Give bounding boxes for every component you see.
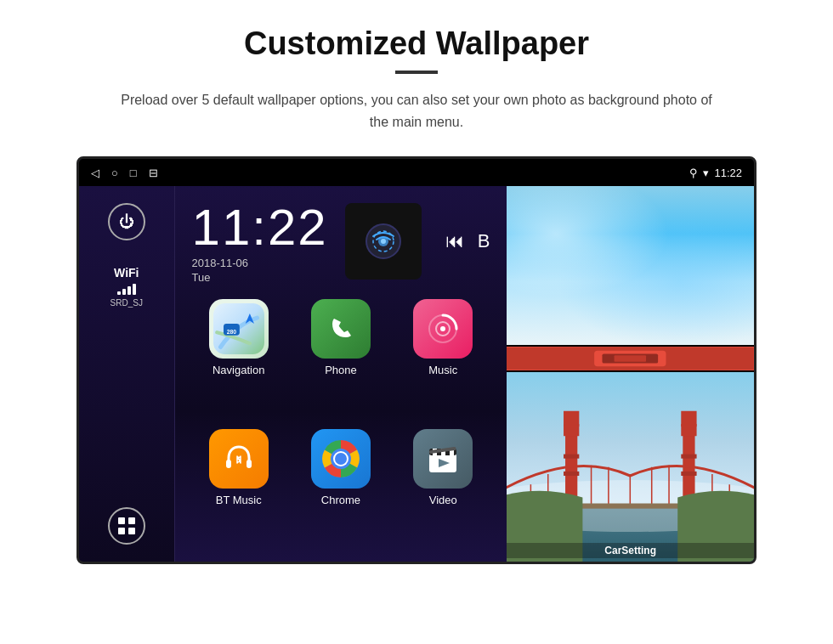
bt-music-icon	[209, 429, 269, 489]
screen-body: ⏻ WiFi SRD_SJ	[79, 186, 754, 562]
status-right: ⚲ ▾ 11:22	[689, 167, 742, 179]
svg-point-7	[381, 239, 386, 244]
status-left: ◁ ○ □ ⊟	[91, 167, 158, 179]
power-icon: ⏻	[119, 213, 134, 231]
screenshot-icon[interactable]: ⊟	[149, 167, 158, 179]
svg-rect-14	[226, 460, 231, 468]
app-grid: 280 Navigation	[192, 299, 490, 550]
bt-music-svg	[223, 443, 255, 475]
svg-rect-2	[118, 528, 125, 534]
wallpaper-panel: CarSetting	[507, 186, 754, 562]
phone-icon	[311, 299, 371, 359]
wifi-status-icon: ▾	[703, 167, 709, 179]
center-content: 11:22 2018-11-06 Tue	[175, 186, 507, 562]
music-svg	[428, 314, 458, 344]
ice-texture	[507, 186, 754, 344]
wifi-bars	[110, 283, 143, 295]
app-item-chrome[interactable]: Chrome	[294, 429, 388, 551]
svg-rect-32	[615, 355, 646, 361]
wifi-info: WiFi SRD_SJ	[110, 266, 143, 308]
golden-gate-svg	[507, 372, 754, 562]
page-wrapper: Customized Wallpaper Preload over 5 defa…	[0, 0, 833, 581]
apps-button[interactable]	[108, 507, 145, 545]
clock-info: 2018-11-06 Tue	[192, 257, 328, 284]
back-icon[interactable]: ◁	[91, 167, 99, 179]
clock-row: 11:22 2018-11-06 Tue	[192, 198, 490, 284]
navigation-label: Navigation	[212, 364, 264, 376]
svg-rect-3	[128, 528, 135, 534]
svg-rect-1	[128, 517, 135, 524]
svg-rect-45	[682, 471, 697, 475]
svg-rect-41	[682, 410, 697, 426]
status-time: 11:22	[714, 167, 742, 179]
location-icon: ⚲	[689, 167, 698, 179]
wifi-bar-1	[117, 291, 121, 295]
phone-label: Phone	[325, 364, 357, 376]
svg-rect-44	[682, 454, 697, 458]
app-item-phone[interactable]: Phone	[294, 299, 388, 421]
svg-rect-15	[246, 460, 252, 468]
sidebar: ⏻ WiFi SRD_SJ	[79, 186, 175, 562]
sidebar-top: ⏻ WiFi SRD_SJ	[108, 203, 145, 308]
video-label: Video	[429, 494, 457, 506]
clock-block: 11:22 2018-11-06 Tue	[192, 198, 328, 284]
wallpaper-mid	[507, 347, 754, 370]
ice-wallpaper	[507, 186, 754, 344]
music-icon	[413, 299, 473, 359]
title-divider	[395, 71, 438, 74]
next-track-button[interactable]: B	[478, 230, 490, 252]
svg-rect-40	[564, 410, 579, 426]
mid-banner-svg	[507, 347, 754, 370]
app-item-navigation[interactable]: 280 Navigation	[192, 299, 286, 421]
phone-svg	[326, 314, 356, 344]
clock-day: Tue	[192, 271, 328, 284]
power-button[interactable]: ⏻	[108, 203, 145, 240]
music-label: Music	[428, 364, 457, 376]
prev-track-button[interactable]: ⏮	[445, 230, 464, 252]
wifi-bar-3	[128, 286, 131, 295]
app-item-video[interactable]: Video	[396, 429, 490, 551]
media-controls: ⏮ B	[445, 230, 490, 252]
svg-rect-0	[118, 517, 125, 524]
chrome-icon	[311, 429, 371, 489]
home-icon[interactable]: ○	[111, 167, 118, 179]
wallpaper-top[interactable]	[507, 186, 754, 344]
page-title: Customized Wallpaper	[244, 25, 589, 62]
recent-icon[interactable]: □	[130, 167, 137, 179]
app-item-music[interactable]: Music	[396, 299, 490, 421]
media-icon	[365, 223, 402, 260]
app-item-bt-music[interactable]: BT Music	[192, 429, 286, 551]
svg-rect-42	[564, 454, 579, 458]
status-bar: ◁ ○ □ ⊟ ⚲ ▾ 11:22	[79, 159, 754, 186]
navigation-icon: 280	[209, 299, 269, 359]
wifi-label: WiFi	[110, 266, 143, 280]
clock-date: 2018-11-06	[192, 257, 328, 269]
nav-map-svg: 280	[213, 303, 264, 354]
clock-time: 11:22	[192, 198, 328, 257]
chrome-label: Chrome	[321, 494, 360, 506]
svg-rect-43	[564, 471, 579, 475]
svg-point-13	[440, 326, 445, 331]
chrome-svg	[318, 436, 364, 482]
svg-point-19	[335, 453, 347, 465]
wifi-ssid: SRD_SJ	[110, 298, 143, 308]
wifi-bar-2	[122, 289, 126, 295]
device-frame: ◁ ○ □ ⊟ ⚲ ▾ 11:22 ⏻ WiFi	[76, 156, 756, 564]
bt-music-label: BT Music	[216, 494, 262, 506]
video-icon	[413, 429, 473, 489]
video-svg	[424, 440, 462, 477]
apps-grid-icon	[117, 517, 136, 535]
media-widget	[345, 203, 422, 280]
page-subtitle: Preload over 5 default wallpaper options…	[119, 89, 714, 133]
carsetting-label: CarSetting	[507, 543, 754, 558]
svg-text:280: 280	[226, 329, 236, 335]
wallpaper-bottom[interactable]: CarSetting	[507, 372, 754, 562]
wifi-bar-4	[133, 284, 136, 295]
